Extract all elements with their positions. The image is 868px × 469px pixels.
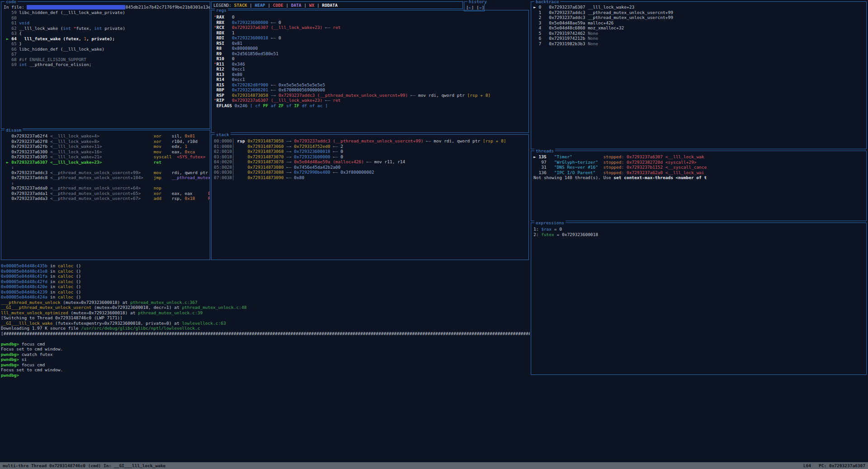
stack-panel: stack 00:0000│ rsp 0x729314873058 —→ 0x7… xyxy=(211,134,529,260)
text-line: 4 0x5e04d48c6860 moz_xmalloc+32 xyxy=(533,25,864,31)
text-line: 0x7293237a6305 <__lll_lock_wake+21> sysc… xyxy=(4,154,208,160)
text-line: 62 __lll_lock_wake (int *futex, int priv… xyxy=(4,26,208,31)
text-line: ► 0 0x7293237a6307 __lll_lock_wake+23 xyxy=(533,5,864,10)
text-line: R14 0xcc1 xyxy=(214,77,526,82)
text-line: 0x7293237a6300 <__lll_lock_wake+16> mov … xyxy=(4,149,208,155)
text-line: 0x00005e04d48c424a in calloc () xyxy=(1,294,530,300)
expressions-panel-title: expressions xyxy=(534,220,566,225)
registers-panel: regs *RAX 0 RBX 0x729323600000 ←— 0*RCX … xyxy=(211,10,529,133)
text-line: 00:0000│ rsp 0x729314873058 —→ 0x7293237… xyxy=(214,138,526,144)
text-line: Focus set to cmd window. xyxy=(1,367,530,373)
text-line: EFLAGS 0x246 [ cf PF af ZF sf IF df of a… xyxy=(214,103,526,109)
status-left: multi-thre Thread 0x7293148746c0 (cmd) I… xyxy=(3,463,165,469)
text-line: 01:0008│ 0x729314873060 —→ 0x729314752ed… xyxy=(214,144,526,149)
text-line: RSI 0x81 xyxy=(214,41,526,46)
text-line: ► 64 lll_futex_wake (futex, 1, private); xyxy=(4,36,208,42)
text-line: 97 "WrGlyph~terizer" stopped: 0x72932382… xyxy=(533,160,864,165)
command-terminal[interactable]: 0x00005e04d48c435b in calloc ()0x00005e0… xyxy=(1,263,530,461)
text-line: 0x00005e04d48c42fd in calloc () xyxy=(1,279,530,284)
text-line: 5 0x729319742462 None xyxy=(533,31,864,36)
text-line: 63 { xyxy=(4,31,208,36)
text-line: ___pthread_mutex_unlock (mutex=0x7293236… xyxy=(1,300,530,305)
text-line: RBP 0x729323600201 ←— 0x6700000569000000 xyxy=(214,87,526,93)
expressions-content: 1: $rax = 02: futex = 0x729323600018 xyxy=(531,223,866,374)
text-line: 31 "DNS Res~ver #16" stopped: 0x7293237b… xyxy=(533,165,864,170)
text-line: 0x7293237a62f4 <__lll_lock_wake+4> xor s… xyxy=(4,133,208,139)
text-line: 0x7293237adda0 <__pthread_mutex_unlock_u… xyxy=(4,185,208,191)
text-line: RBX 0x729323600000 ←— 0 xyxy=(214,20,526,25)
threads-content: ► 135 "Timer" stopped: 0x7293237a6307 <_… xyxy=(531,151,866,221)
status-bar: multi-thre Thread 0x7293148746c0 (cmd) I… xyxy=(0,462,868,469)
status-right: L64 PC: 0x7293237a6307 xyxy=(803,463,865,469)
text-line: 0x7293237a62f8 <__lll_lock_wake+8> xor r… xyxy=(4,139,208,144)
text-line: 60 xyxy=(4,15,208,21)
text-line: [#######################################… xyxy=(1,331,530,336)
text-line: 61 void xyxy=(4,20,208,26)
text-line: 02:0010│ 0x729314873068 —→ 0x72932360001… xyxy=(214,149,526,154)
registers-panel-title: regs xyxy=(215,8,228,13)
text-line: In file: 845db211e7b42c7176f9be21b8301e1… xyxy=(4,5,208,10)
text-line: pwndbg> si xyxy=(1,357,530,362)
text-line: 0x7293237addc3 <__pthread_mutex_unlock_u… xyxy=(4,170,208,175)
text-line: *RAX 0 xyxy=(214,14,526,20)
text-line: [←] [→] xyxy=(466,5,482,10)
text-line xyxy=(1,336,530,341)
text-line: 0x7293237adda1 <__pthread_mutex_unlock_u… xyxy=(4,191,208,196)
text-line: 67 xyxy=(4,52,208,57)
expressions-panel: expressions 1: $rax = 02: futex = 0x7293… xyxy=(531,223,867,375)
text-line: 0x7293237a62fb <__lll_lock_wake+11> mov … xyxy=(4,144,208,149)
text-line: lll_mutex_unlock_optimized (mutex=0x7293… xyxy=(1,310,530,316)
text-line: 68 #if ENABLE_ELISION_SUPPORT xyxy=(4,57,208,62)
text-line: 3 0x5e04d48ae59a malloc+426 xyxy=(533,20,864,26)
text-line: pwndbg> xyxy=(1,373,530,378)
text-line: 7 0x72931982b3b3 None xyxy=(533,41,864,47)
text-line: pwndbg> focus cmd xyxy=(1,362,530,368)
text-line: Focus set to cmd window. xyxy=(1,346,530,352)
code-content: In file: 845db211e7b42c7176f9be21b8301e1… xyxy=(1,2,210,128)
text-line: 0x00005e04d48c420e in calloc () xyxy=(1,284,530,289)
text-line: R13 0x80 xyxy=(214,72,526,77)
text-line: *RIP 0x7293237a6307 (__lll_lock_wake+23)… xyxy=(214,98,526,103)
disassembly-panel: disasm 0x7293237a62f4 <__lll_lock_wake+4… xyxy=(1,130,210,260)
legend-panel: LEGEND: STACK | HEAP | CODE | DATA | WX … xyxy=(211,1,463,9)
text-line: *RCX 0x7293237a6307 (__lll_lock_wake+23)… xyxy=(214,25,526,30)
text-line: 0x7293237addc8 <__pthread_mutex_unlock_u… xyxy=(4,175,208,180)
threads-panel-title: threads xyxy=(534,148,555,153)
text-line: R8 0x80008000 xyxy=(214,46,526,51)
text-line: 03:0018│ 0x729314873070 —→ 0x72932360000… xyxy=(214,154,526,160)
text-line: R9 0x2d561850ed580e51 xyxy=(214,51,526,57)
text-line: 66 libc_hidden_def (__lll_lock_wake) xyxy=(4,47,208,52)
text-line: 1: $rax = 0 xyxy=(533,227,864,232)
disassembly-content: 0x7293237a62f4 <__lll_lock_wake+4> xor s… xyxy=(1,130,210,260)
pwndbg-terminal: { "palette": { "bg": "#0c1322", "fg": "#… xyxy=(0,0,868,469)
text-line: RDI 0x729323600018 ←— 0 xyxy=(214,35,526,41)
history-panel-title: history xyxy=(467,0,488,4)
text-line: ↓ xyxy=(4,165,208,170)
text-line: 6 0x72931974212b None xyxy=(533,36,864,41)
text-line: 0x7293237adda3 <__pthread_mutex_unlock_u… xyxy=(4,196,208,201)
text-line: ↓ xyxy=(4,180,208,186)
legend-content: LEGEND: STACK | HEAP | CODE | DATA | WX … xyxy=(212,2,462,9)
text-line: pwndbg> cwatch futex xyxy=(1,352,530,357)
backtrace-panel-title: backtrace xyxy=(534,0,560,4)
text-line: pwndbg> focus cmd xyxy=(1,341,530,347)
text-line: __GI___lll_lock_wake (futex=futex@entry=… xyxy=(1,321,530,326)
text-line: 04:0020│ 0x729314873078 —→ 0x5e04d48ae59… xyxy=(214,159,526,165)
text-line: 05:0028│ 0x729314873080 ←— 0x7456e45da42… xyxy=(214,165,526,170)
text-line: 0x00005e04d48c41e8 in calloc () xyxy=(1,269,530,274)
text-line: 69 int __pthread_force_elision; xyxy=(4,62,208,67)
text-line: __GI___pthread_mutex_unlock_usercnt (mut… xyxy=(1,305,530,310)
text-line: 07:0038│ 0x729314873090 ←— 0x80 xyxy=(214,175,526,180)
code-panel: code In file: 845db211e7b42c7176f9be21b8… xyxy=(1,1,210,129)
text-line: 06:0030│ 0x729314873088 —→ 0x7292990be40… xyxy=(214,170,526,175)
registers-content: *RAX 0 RBX 0x729323600000 ←— 0*RCX 0x729… xyxy=(212,10,528,133)
text-line: Downloading 1.97 K source file /usr/src/… xyxy=(1,326,530,331)
text-line: *R11 0x346 xyxy=(214,62,526,67)
threads-panel: threads ► 135 "Timer" stopped: 0x7293237… xyxy=(531,151,867,221)
text-line: [Switching to Thread 0x7293148746c0 (LWP… xyxy=(1,315,530,321)
text-line: 0x00005e04d48c4239 in calloc () xyxy=(1,289,530,295)
text-line: 2 0x7293237addc3 __pthread_mutex_unlock_… xyxy=(533,15,864,20)
code-panel-title: code xyxy=(5,0,18,4)
text-line: 0x00005e04d48c41fa in calloc () xyxy=(1,274,530,279)
text-line: LEGEND: STACK | HEAP | CODE | DATA | WX … xyxy=(213,3,461,8)
